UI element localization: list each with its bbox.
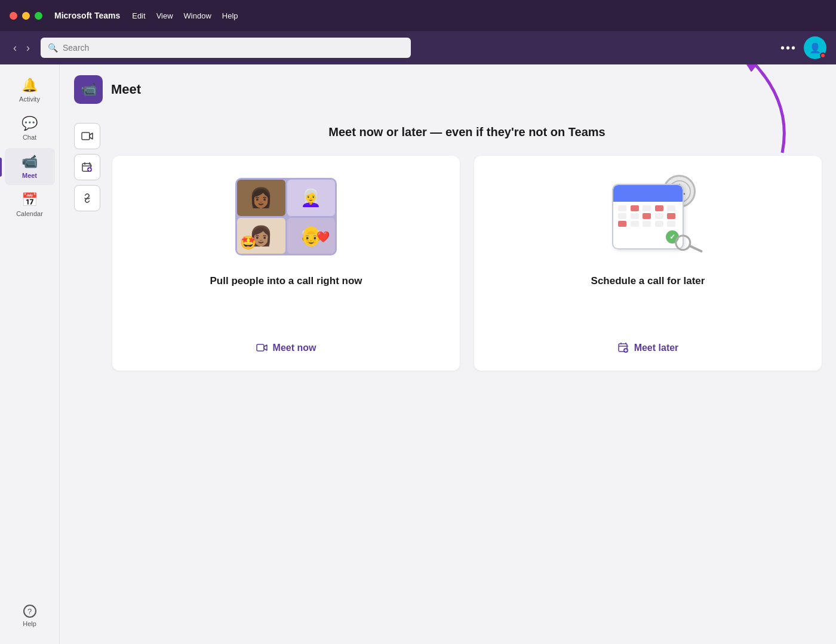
calendar-image: ✓ bbox=[600, 175, 696, 258]
activity-icon: 🔔 bbox=[21, 78, 38, 93]
cards-headline: Meet now or later — even if they're not … bbox=[112, 111, 822, 156]
meet-now-card: 👩🏾 👩‍🦳 👩🏽 👴 🤩 ❤️ Pull people into a call… bbox=[112, 156, 460, 371]
cal-cell bbox=[667, 205, 675, 211]
toolbar-right: ••• 👤 bbox=[780, 36, 826, 59]
app-name: Microsoft Teams bbox=[54, 11, 120, 20]
avatar-status-indicator bbox=[820, 53, 826, 58]
action-panel bbox=[74, 111, 100, 371]
emoji-laughing: 🤩 bbox=[240, 235, 256, 251]
svg-rect-3 bbox=[257, 344, 264, 351]
menu-window[interactable]: Window bbox=[184, 11, 211, 20]
cal-cell bbox=[631, 205, 639, 211]
quick-meet-later-button[interactable] bbox=[74, 154, 100, 180]
meet-header-icon: 📹 bbox=[81, 82, 97, 97]
cal-cell bbox=[655, 213, 663, 219]
vid-cell-2: 👩‍🦳 bbox=[287, 180, 336, 216]
cal-cell bbox=[618, 205, 626, 211]
cal-cell bbox=[655, 221, 663, 227]
video-call-image: 👩🏾 👩‍🦳 👩🏽 👴 🤩 ❤️ bbox=[235, 178, 337, 255]
active-indicator bbox=[0, 158, 2, 177]
sidebar-label-chat: Chat bbox=[23, 134, 36, 141]
content-area: 📹 Meet bbox=[60, 64, 836, 644]
minimize-button[interactable] bbox=[22, 12, 30, 20]
sidebar-item-chat[interactable]: 💬 Chat bbox=[5, 110, 55, 147]
meet-now-illustration: 👩🏾 👩‍🦳 👩🏽 👴 🤩 ❤️ bbox=[232, 175, 340, 258]
cal-cell bbox=[631, 221, 639, 227]
sidebar-item-calendar[interactable]: 📅 Calendar bbox=[5, 186, 55, 223]
menu-view[interactable]: View bbox=[156, 11, 173, 20]
calendar-icon: 📅 bbox=[21, 192, 38, 208]
meet-page-title: Meet bbox=[111, 82, 141, 97]
sidebar-label-help: Help bbox=[23, 620, 36, 627]
sidebar-item-wrapper-calendar: 📅 Calendar bbox=[0, 186, 59, 224]
cards-row: 👩🏾 👩‍🦳 👩🏽 👴 🤩 ❤️ Pull people into a call… bbox=[112, 156, 822, 371]
forward-button[interactable]: › bbox=[23, 39, 33, 57]
calendar-grid bbox=[613, 202, 683, 230]
title-bar: Microsoft Teams Edit View Window Help bbox=[0, 0, 836, 31]
meet-later-card: ✓ Schedule a call for later bbox=[474, 156, 822, 371]
cal-cell bbox=[618, 213, 626, 219]
sidebar-label-activity: Activity bbox=[19, 95, 40, 103]
nav-buttons: ‹ › bbox=[10, 39, 33, 57]
profile-avatar-button[interactable]: 👤 bbox=[804, 36, 826, 59]
cal-cell bbox=[667, 213, 675, 219]
cal-cell bbox=[618, 221, 626, 227]
sidebar-item-wrapper-activity: 🔔 Activity bbox=[0, 72, 59, 110]
vid-cell-1: 👩🏾 bbox=[237, 180, 285, 216]
meet-later-card-text: Schedule a call for later bbox=[591, 275, 705, 287]
quick-meet-now-button[interactable] bbox=[74, 123, 100, 149]
traffic-lights bbox=[10, 12, 42, 20]
meet-now-card-text: Pull people into a call right now bbox=[210, 275, 362, 287]
cal-cell bbox=[631, 213, 639, 219]
meet-later-icon bbox=[617, 342, 629, 354]
video-icon bbox=[81, 130, 93, 142]
meet-nav-icon: 📹 bbox=[21, 154, 38, 170]
sidebar-label-calendar: Calendar bbox=[16, 210, 43, 217]
meet-later-illustration: ✓ bbox=[594, 175, 702, 258]
calendar-plus-icon bbox=[81, 161, 93, 173]
back-button[interactable]: ‹ bbox=[10, 39, 20, 57]
cards-area: Meet now or later — even if they're not … bbox=[112, 111, 822, 371]
svg-rect-0 bbox=[82, 133, 90, 140]
sidebar-item-meet[interactable]: 📹 Meet bbox=[5, 148, 55, 185]
menu-help[interactable]: Help bbox=[222, 11, 238, 20]
help-icon: ? bbox=[23, 605, 36, 618]
search-input[interactable] bbox=[63, 43, 404, 53]
more-options-button[interactable]: ••• bbox=[780, 41, 797, 55]
sidebar: 🔔 Activity 💬 Chat 📹 Meet 📅 Calendar bbox=[0, 64, 60, 644]
meet-now-icon bbox=[256, 342, 268, 354]
sidebar-item-activity[interactable]: 🔔 Activity bbox=[5, 72, 55, 109]
sidebar-item-wrapper-meet: 📹 Meet bbox=[0, 148, 59, 186]
main-layout: 🔔 Activity 💬 Chat 📹 Meet 📅 Calendar bbox=[0, 64, 836, 644]
search-icon: 🔍 bbox=[48, 43, 58, 53]
menu-bar: Edit View Window Help bbox=[132, 11, 238, 20]
calendar-header bbox=[613, 185, 683, 202]
menu-edit[interactable]: Edit bbox=[132, 11, 145, 20]
share-link-button[interactable] bbox=[74, 185, 100, 211]
sidebar-label-meet: Meet bbox=[22, 172, 37, 179]
meet-header: 📹 Meet bbox=[60, 64, 836, 111]
emoji-heart: ❤️ bbox=[316, 230, 330, 244]
meet-icon-box: 📹 bbox=[74, 75, 103, 104]
cal-cell bbox=[643, 205, 651, 211]
close-button[interactable] bbox=[10, 12, 17, 20]
svg-point-7 bbox=[674, 233, 692, 252]
cal-cell bbox=[667, 221, 675, 227]
avatar-icon: 👤 bbox=[809, 42, 821, 54]
cal-cell bbox=[643, 221, 651, 227]
meet-now-label: Meet now bbox=[273, 343, 316, 353]
meet-now-action[interactable]: Meet now bbox=[256, 342, 316, 354]
link-icon bbox=[81, 192, 93, 204]
cal-cell bbox=[655, 205, 663, 211]
maximize-button[interactable] bbox=[35, 12, 42, 20]
meet-later-label: Meet later bbox=[634, 343, 679, 353]
sidebar-bottom: ? Help bbox=[5, 599, 55, 634]
sidebar-item-wrapper-chat: 💬 Chat bbox=[0, 110, 59, 148]
svg-line-8 bbox=[690, 243, 701, 254]
search-bar: 🔍 bbox=[41, 38, 411, 58]
sidebar-item-help[interactable]: ? Help bbox=[5, 599, 55, 633]
cal-cell bbox=[643, 213, 651, 219]
meet-later-action[interactable]: Meet later bbox=[617, 342, 679, 354]
content-body: Meet now or later — even if they're not … bbox=[60, 111, 836, 371]
chat-icon: 💬 bbox=[21, 116, 38, 131]
